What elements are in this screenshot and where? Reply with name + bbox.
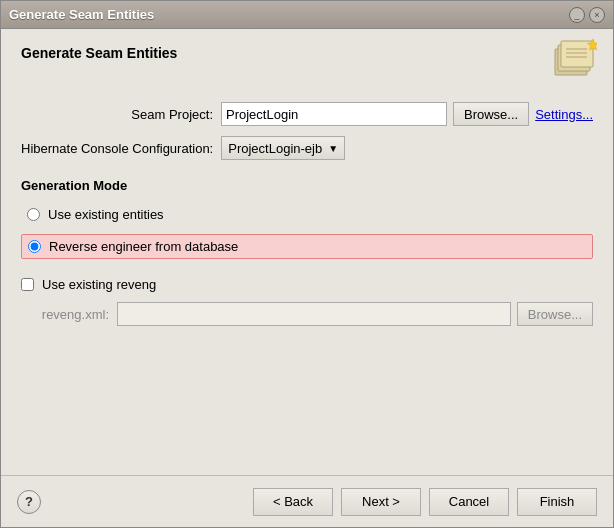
reveng-xml-input[interactable] — [117, 302, 511, 326]
generation-mode-title: Generation Mode — [21, 178, 593, 193]
hibernate-value: ProjectLogin-ejb — [228, 141, 322, 156]
next-button[interactable]: Next > — [341, 488, 421, 516]
hibernate-console-row: Hibernate Console Configuration: Project… — [21, 136, 593, 160]
cancel-button[interactable]: Cancel — [429, 488, 509, 516]
use-existing-reveng-label: Use existing reveng — [42, 277, 156, 292]
use-existing-label: Use existing entities — [48, 207, 164, 222]
content-area: Generate Seam Entities Seam Project: — [1, 29, 613, 475]
window-title: Generate Seam Entities — [9, 7, 154, 22]
footer: ? < Back Next > Cancel Finish — [1, 475, 613, 527]
reveng-xml-label: reveng.xml: — [21, 307, 117, 322]
use-existing-reveng-row: Use existing reveng — [21, 277, 593, 292]
window-controls: _ × — [569, 7, 605, 23]
title-bar: Generate Seam Entities _ × — [1, 1, 613, 29]
help-button[interactable]: ? — [17, 490, 41, 514]
back-button[interactable]: < Back — [253, 488, 333, 516]
page-header: Generate Seam Entities — [21, 45, 593, 86]
generation-mode-section: Generation Mode Use existing entities Re… — [21, 174, 593, 267]
settings-link[interactable]: Settings... — [535, 107, 593, 122]
reverse-engineer-radio[interactable] — [28, 240, 41, 253]
seam-project-row: Seam Project: Browse... Settings... — [21, 102, 593, 126]
wizard-icon — [549, 35, 597, 86]
close-button[interactable]: × — [589, 7, 605, 23]
reverse-engineer-label: Reverse engineer from database — [49, 239, 238, 254]
hibernate-label: Hibernate Console Configuration: — [21, 141, 221, 156]
main-window: Generate Seam Entities _ × Generate Seam… — [0, 0, 614, 528]
hibernate-dropdown[interactable]: ProjectLogin-ejb ▼ — [221, 136, 345, 160]
radio-reverse-engineer: Reverse engineer from database — [21, 234, 593, 259]
use-existing-radio[interactable] — [27, 208, 40, 221]
minimize-button[interactable]: _ — [569, 7, 585, 23]
reveng-browse-button[interactable]: Browse... — [517, 302, 593, 326]
svg-rect-2 — [561, 41, 593, 67]
seam-project-browse-button[interactable]: Browse... — [453, 102, 529, 126]
footer-right: < Back Next > Cancel Finish — [253, 488, 597, 516]
page-title: Generate Seam Entities — [21, 45, 177, 61]
chevron-down-icon: ▼ — [328, 143, 338, 154]
seam-project-input[interactable] — [221, 102, 447, 126]
seam-project-label: Seam Project: — [21, 107, 221, 122]
footer-left: ? — [17, 490, 41, 514]
reveng-xml-row: reveng.xml: Browse... — [21, 302, 593, 326]
finish-button[interactable]: Finish — [517, 488, 597, 516]
radio-use-existing: Use existing entities — [21, 203, 593, 226]
use-existing-reveng-checkbox[interactable] — [21, 278, 34, 291]
